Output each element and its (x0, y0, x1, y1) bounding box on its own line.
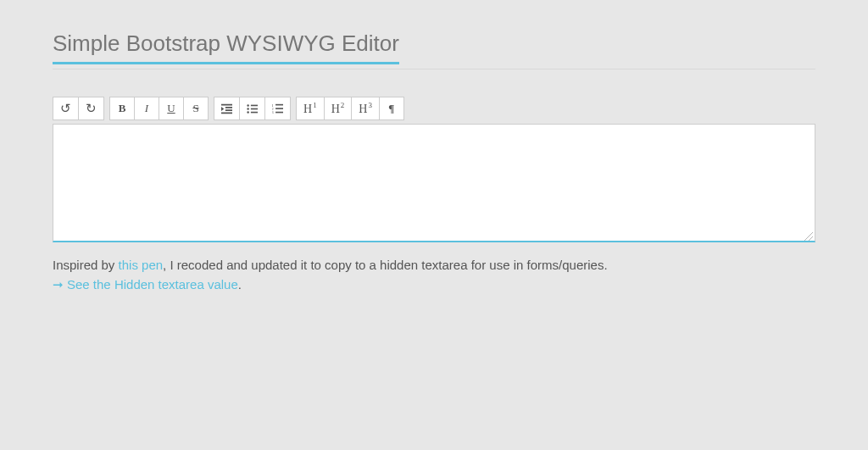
strike-button[interactable]: S (183, 97, 209, 120)
svg-rect-9 (275, 108, 283, 109)
h3-button[interactable]: H3 (351, 97, 380, 120)
heading-group: H1 H2 H3 ¶ (296, 97, 404, 120)
page-title: Simple Bootstrap WYSIWYG Editor (53, 31, 399, 64)
h2-button[interactable]: H2 (324, 97, 353, 120)
description-suffix: , I recoded and updated it to copy to a … (163, 258, 608, 272)
see-hidden-period: . (238, 277, 242, 292)
redo-icon: ↻ (86, 101, 97, 116)
svg-line-12 (804, 232, 813, 241)
svg-rect-1 (251, 104, 258, 106)
strike-icon: S (192, 102, 198, 115)
text-style-group: B I U S (109, 97, 209, 120)
unordered-list-button[interactable] (239, 97, 265, 120)
redo-button[interactable]: ↻ (78, 97, 104, 120)
paragraph-button[interactable]: ¶ (379, 97, 404, 120)
h3-icon: H3 (359, 101, 372, 116)
editor-toolbar: ↺ ↻ B I U S (53, 97, 815, 120)
indent-button[interactable] (214, 97, 240, 120)
svg-text:3: 3 (272, 110, 274, 114)
underline-button[interactable]: U (159, 97, 184, 120)
h2-icon: H2 (331, 101, 345, 116)
svg-point-0 (247, 104, 248, 106)
history-group: ↺ ↻ (53, 97, 104, 120)
paragraph-icon: ¶ (388, 102, 394, 115)
svg-rect-7 (275, 103, 283, 105)
italic-button[interactable]: I (134, 97, 159, 120)
indent-icon (221, 103, 232, 114)
underline-icon: U (167, 102, 175, 115)
title-divider (53, 69, 815, 69)
undo-icon: ↺ (60, 101, 71, 116)
ordered-list-button[interactable]: 123 (264, 97, 291, 120)
svg-rect-3 (251, 108, 258, 109)
ordered-list-icon: 123 (272, 103, 283, 114)
svg-rect-5 (251, 111, 258, 113)
svg-point-4 (247, 111, 248, 113)
bold-icon: B (119, 102, 126, 115)
see-hidden-row: ➞See the Hidden textarea value. (53, 277, 815, 292)
italic-icon: I (145, 102, 148, 115)
undo-button[interactable]: ↺ (53, 97, 79, 120)
svg-rect-11 (275, 111, 283, 113)
inspiration-link[interactable]: this pen (119, 258, 164, 272)
unordered-list-icon (247, 103, 258, 114)
h1-button[interactable]: H1 (296, 97, 325, 120)
arrow-right-icon: ➞ (53, 277, 64, 292)
h1-icon: H1 (303, 101, 317, 116)
svg-line-13 (809, 236, 813, 241)
list-group: 123 (214, 97, 291, 120)
bold-button[interactable]: B (109, 97, 135, 120)
svg-point-2 (247, 108, 248, 109)
description-prefix: Inspired by (53, 258, 119, 272)
resize-handle-icon (803, 229, 813, 239)
editor-content-area[interactable] (53, 124, 815, 242)
see-hidden-link[interactable]: See the Hidden textarea value (67, 277, 238, 292)
description-text: Inspired by this pen, I recoded and upda… (53, 258, 815, 272)
